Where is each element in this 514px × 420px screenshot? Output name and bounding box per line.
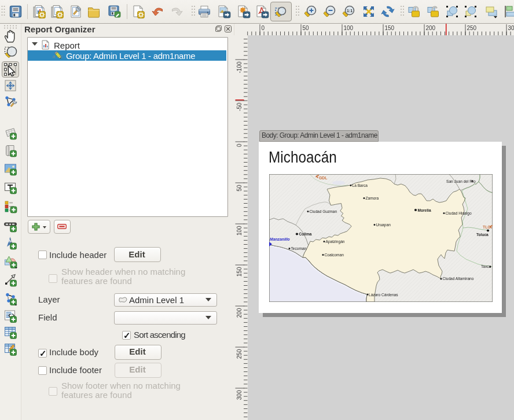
svg-text:1:1: 1:1 [347, 9, 353, 13]
svg-text:Coalcoman: Coalcoman [325, 253, 344, 257]
svg-text:a: a [53, 54, 55, 59]
svg-text:Ciudad Altamirano: Ciudad Altamirano [443, 277, 474, 281]
svg-text:50: 50 [236, 185, 243, 191]
svg-text:0: 0 [262, 25, 265, 31]
svg-text:0: 0 [236, 143, 243, 147]
svg-text:La Barca: La Barca [353, 183, 368, 187]
svg-text:San Juan del Río: San Juan del Río [446, 179, 476, 183]
svg-text:Uruapan: Uruapan [376, 223, 391, 227]
svg-text:-50: -50 [236, 102, 243, 111]
svg-text:Morelia: Morelia [418, 208, 431, 212]
svg-text:Manzanillo: Manzanillo [270, 237, 290, 241]
svg-text:N: N [9, 239, 12, 243]
svg-text:Ciudad Guzman: Ciudad Guzman [310, 209, 337, 213]
svg-text:Toluca: Toluca [476, 233, 489, 237]
svg-text:150: 150 [236, 267, 243, 277]
svg-text:Lázaro Cárdenas: Lázaro Cárdenas [369, 293, 398, 297]
svg-text:250: 250 [467, 25, 477, 31]
svg-text:100: 100 [344, 25, 354, 31]
svg-text:300: 300 [508, 25, 514, 31]
svg-text:Colima: Colima [299, 232, 312, 236]
svg-text:Apatzingán: Apatzingán [326, 240, 345, 244]
svg-text:200: 200 [236, 308, 243, 318]
svg-text:TLC: TLC [483, 225, 490, 229]
svg-text:50: 50 [303, 25, 310, 31]
svg-text:200: 200 [426, 25, 436, 31]
svg-text:GDL: GDL [319, 176, 327, 180]
svg-text:Taxco: Taxco [481, 264, 491, 268]
svg-text:100: 100 [236, 226, 243, 235]
svg-text:Ciudad Hidalgo: Ciudad Hidalgo [446, 211, 472, 216]
svg-text:300: 300 [236, 390, 243, 400]
svg-text:150: 150 [385, 25, 395, 31]
svg-text:-100: -100 [236, 61, 243, 73]
svg-text:Tecoman: Tecoman [291, 246, 307, 250]
svg-text:250: 250 [236, 349, 243, 359]
svg-text:Zamora: Zamora [366, 196, 379, 200]
